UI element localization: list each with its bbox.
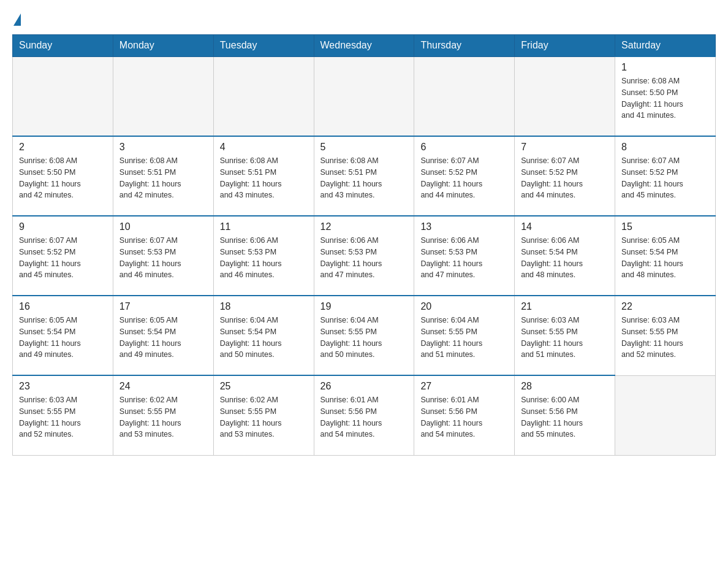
day-of-week-header: Friday <box>515 35 615 57</box>
day-info: Sunrise: 6:06 AM Sunset: 5:53 PM Dayligh… <box>420 235 508 281</box>
day-info: Sunrise: 6:07 AM Sunset: 5:52 PM Dayligh… <box>621 155 709 201</box>
calendar-day-cell: 27Sunrise: 6:01 AM Sunset: 5:56 PM Dayli… <box>414 375 515 455</box>
day-info: Sunrise: 6:02 AM Sunset: 5:55 PM Dayligh… <box>220 394 308 440</box>
day-number: 15 <box>621 221 709 232</box>
day-info: Sunrise: 6:08 AM Sunset: 5:50 PM Dayligh… <box>621 75 709 121</box>
logo-triangle-icon <box>13 13 21 26</box>
day-number: 22 <box>621 301 709 312</box>
day-number: 23 <box>19 381 107 392</box>
day-number: 3 <box>119 142 207 153</box>
day-info: Sunrise: 6:02 AM Sunset: 5:55 PM Dayligh… <box>119 394 207 440</box>
day-number: 10 <box>119 221 207 232</box>
calendar-day-cell <box>213 56 314 136</box>
calendar-day-cell <box>113 56 213 136</box>
calendar-day-cell: 2Sunrise: 6:08 AM Sunset: 5:50 PM Daylig… <box>13 136 113 216</box>
calendar-day-cell: 18Sunrise: 6:04 AM Sunset: 5:54 PM Dayli… <box>213 296 314 375</box>
day-info: Sunrise: 6:08 AM Sunset: 5:51 PM Dayligh… <box>320 155 408 201</box>
logo <box>12 12 21 25</box>
day-info: Sunrise: 6:08 AM Sunset: 5:51 PM Dayligh… <box>220 155 308 201</box>
day-info: Sunrise: 6:08 AM Sunset: 5:50 PM Dayligh… <box>19 155 107 201</box>
calendar-day-cell: 28Sunrise: 6:00 AM Sunset: 5:56 PM Dayli… <box>515 375 615 455</box>
calendar-day-cell: 26Sunrise: 6:01 AM Sunset: 5:56 PM Dayli… <box>314 375 414 455</box>
calendar-day-cell: 1Sunrise: 6:08 AM Sunset: 5:50 PM Daylig… <box>615 56 716 136</box>
calendar-day-cell: 11Sunrise: 6:06 AM Sunset: 5:53 PM Dayli… <box>213 216 314 296</box>
calendar-week-row: 9Sunrise: 6:07 AM Sunset: 5:52 PM Daylig… <box>13 216 716 296</box>
day-number: 4 <box>220 142 308 153</box>
day-number: 18 <box>220 301 308 312</box>
day-number: 16 <box>19 301 107 312</box>
day-info: Sunrise: 6:01 AM Sunset: 5:56 PM Dayligh… <box>320 394 408 440</box>
calendar-day-cell: 17Sunrise: 6:05 AM Sunset: 5:54 PM Dayli… <box>113 296 213 375</box>
calendar-day-cell: 25Sunrise: 6:02 AM Sunset: 5:55 PM Dayli… <box>213 375 314 455</box>
day-info: Sunrise: 6:05 AM Sunset: 5:54 PM Dayligh… <box>19 315 107 361</box>
day-number: 28 <box>521 381 609 392</box>
calendar-day-cell: 5Sunrise: 6:08 AM Sunset: 5:51 PM Daylig… <box>314 136 414 216</box>
day-number: 12 <box>320 221 408 232</box>
calendar-day-cell <box>13 56 113 136</box>
calendar-day-cell: 15Sunrise: 6:05 AM Sunset: 5:54 PM Dayli… <box>615 216 716 296</box>
day-info: Sunrise: 6:06 AM Sunset: 5:53 PM Dayligh… <box>220 235 308 281</box>
day-number: 20 <box>420 301 508 312</box>
calendar-day-cell: 16Sunrise: 6:05 AM Sunset: 5:54 PM Dayli… <box>13 296 113 375</box>
day-info: Sunrise: 6:07 AM Sunset: 5:52 PM Dayligh… <box>19 235 107 281</box>
day-number: 27 <box>420 381 508 392</box>
calendar-day-cell: 10Sunrise: 6:07 AM Sunset: 5:53 PM Dayli… <box>113 216 213 296</box>
calendar-day-cell: 24Sunrise: 6:02 AM Sunset: 5:55 PM Dayli… <box>113 375 213 455</box>
day-info: Sunrise: 6:04 AM Sunset: 5:54 PM Dayligh… <box>220 315 308 361</box>
calendar-week-row: 2Sunrise: 6:08 AM Sunset: 5:50 PM Daylig… <box>13 136 716 216</box>
day-number: 19 <box>320 301 408 312</box>
day-number: 8 <box>621 142 709 153</box>
calendar-day-cell: 8Sunrise: 6:07 AM Sunset: 5:52 PM Daylig… <box>615 136 716 216</box>
day-number: 25 <box>220 381 308 392</box>
day-info: Sunrise: 6:01 AM Sunset: 5:56 PM Dayligh… <box>420 394 508 440</box>
day-number: 26 <box>320 381 408 392</box>
day-number: 11 <box>220 221 308 232</box>
calendar-week-row: 1Sunrise: 6:08 AM Sunset: 5:50 PM Daylig… <box>13 56 716 136</box>
calendar-day-cell <box>314 56 414 136</box>
day-of-week-header: Monday <box>113 35 213 57</box>
day-info: Sunrise: 6:00 AM Sunset: 5:56 PM Dayligh… <box>521 394 609 440</box>
day-info: Sunrise: 6:05 AM Sunset: 5:54 PM Dayligh… <box>119 315 207 361</box>
calendar-day-cell <box>615 375 716 455</box>
day-info: Sunrise: 6:03 AM Sunset: 5:55 PM Dayligh… <box>621 315 709 361</box>
day-number: 17 <box>119 301 207 312</box>
calendar-day-cell: 12Sunrise: 6:06 AM Sunset: 5:53 PM Dayli… <box>314 216 414 296</box>
day-number: 21 <box>521 301 609 312</box>
day-of-week-header: Sunday <box>13 35 113 57</box>
calendar-day-cell <box>414 56 515 136</box>
calendar-day-cell: 20Sunrise: 6:04 AM Sunset: 5:55 PM Dayli… <box>414 296 515 375</box>
calendar-day-cell: 4Sunrise: 6:08 AM Sunset: 5:51 PM Daylig… <box>213 136 314 216</box>
calendar-day-cell: 23Sunrise: 6:03 AM Sunset: 5:55 PM Dayli… <box>13 375 113 455</box>
day-number: 5 <box>320 142 408 153</box>
day-of-week-header: Wednesday <box>314 35 414 57</box>
calendar-week-row: 23Sunrise: 6:03 AM Sunset: 5:55 PM Dayli… <box>13 375 716 455</box>
calendar-day-cell: 9Sunrise: 6:07 AM Sunset: 5:52 PM Daylig… <box>13 216 113 296</box>
day-info: Sunrise: 6:04 AM Sunset: 5:55 PM Dayligh… <box>320 315 408 361</box>
day-number: 6 <box>420 142 508 153</box>
day-of-week-header: Thursday <box>414 35 515 57</box>
day-info: Sunrise: 6:05 AM Sunset: 5:54 PM Dayligh… <box>621 235 709 281</box>
calendar-day-cell: 6Sunrise: 6:07 AM Sunset: 5:52 PM Daylig… <box>414 136 515 216</box>
calendar-day-cell: 22Sunrise: 6:03 AM Sunset: 5:55 PM Dayli… <box>615 296 716 375</box>
day-number: 14 <box>521 221 609 232</box>
day-number: 9 <box>19 221 107 232</box>
day-info: Sunrise: 6:06 AM Sunset: 5:53 PM Dayligh… <box>320 235 408 281</box>
calendar-day-cell: 19Sunrise: 6:04 AM Sunset: 5:55 PM Dayli… <box>314 296 414 375</box>
page-header <box>12 12 716 25</box>
calendar-day-cell: 14Sunrise: 6:06 AM Sunset: 5:54 PM Dayli… <box>515 216 615 296</box>
day-info: Sunrise: 6:03 AM Sunset: 5:55 PM Dayligh… <box>521 315 609 361</box>
day-info: Sunrise: 6:07 AM Sunset: 5:53 PM Dayligh… <box>119 235 207 281</box>
calendar-day-cell: 21Sunrise: 6:03 AM Sunset: 5:55 PM Dayli… <box>515 296 615 375</box>
day-info: Sunrise: 6:08 AM Sunset: 5:51 PM Dayligh… <box>119 155 207 201</box>
calendar-header-row: SundayMondayTuesdayWednesdayThursdayFrid… <box>13 35 716 57</box>
day-info: Sunrise: 6:07 AM Sunset: 5:52 PM Dayligh… <box>521 155 609 201</box>
day-info: Sunrise: 6:06 AM Sunset: 5:54 PM Dayligh… <box>521 235 609 281</box>
calendar-day-cell <box>515 56 615 136</box>
calendar-day-cell: 13Sunrise: 6:06 AM Sunset: 5:53 PM Dayli… <box>414 216 515 296</box>
day-of-week-header: Saturday <box>615 35 716 57</box>
calendar-day-cell: 3Sunrise: 6:08 AM Sunset: 5:51 PM Daylig… <box>113 136 213 216</box>
day-info: Sunrise: 6:07 AM Sunset: 5:52 PM Dayligh… <box>420 155 508 201</box>
calendar-day-cell: 7Sunrise: 6:07 AM Sunset: 5:52 PM Daylig… <box>515 136 615 216</box>
calendar-table: SundayMondayTuesdayWednesdayThursdayFrid… <box>12 34 716 456</box>
day-number: 24 <box>119 381 207 392</box>
